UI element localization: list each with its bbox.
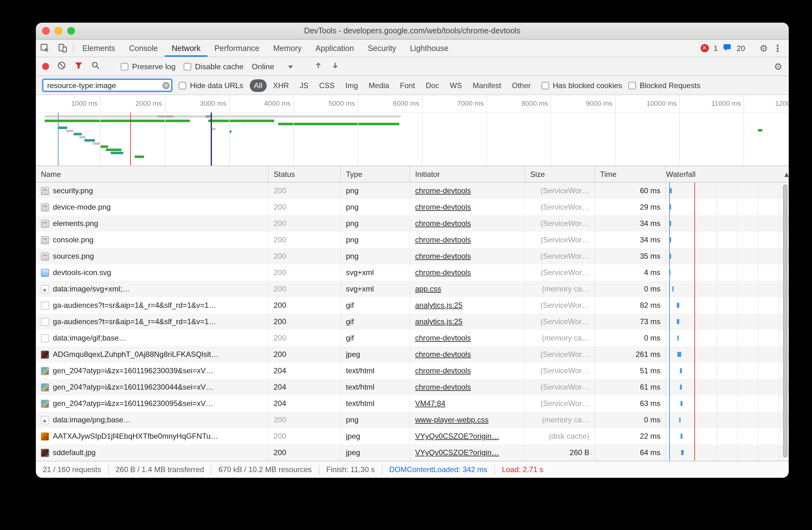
cell-time: 22 ms [594,428,665,444]
filter-input[interactable] [42,79,172,92]
device-toolbar-icon[interactable] [54,40,71,57]
tab-security[interactable]: Security [361,40,403,57]
column-header-type[interactable]: Type [340,166,409,182]
filter-pill-all[interactable]: All [249,79,267,92]
filter-pill-other[interactable]: Other [508,79,535,92]
inspect-element-icon[interactable] [36,40,54,57]
initiator-link[interactable]: chrome-devtools [415,252,471,261]
filter-pill-font[interactable]: Font [396,79,420,92]
column-header-initiator[interactable]: Initiator [409,166,525,182]
table-row[interactable]: devtools-icon.svg200svg+xmlchrome-devtoo… [36,264,789,281]
tab-console[interactable]: Console [122,40,165,57]
initiator-link[interactable]: chrome-devtools [415,219,471,228]
cell-size: (ServiceWor… [525,248,594,264]
settings-gear-icon[interactable]: ⚙ [759,42,768,54]
filter-pill-xhr[interactable]: XHR [269,79,293,92]
checkbox-box[interactable] [541,82,549,89]
network-settings-gear-icon[interactable]: ⚙ [774,61,782,72]
table-row[interactable]: ga-audiences?t=sr&aip=1&_r=4&slf_rd=1&v=… [36,313,789,330]
tab-application[interactable]: Application [308,40,361,57]
vertical-scrollbar[interactable] [783,184,787,458]
table-row[interactable]: ADGmqu8qexLZuhphT_0Aj88Ng8riLFKASQlslt…2… [36,346,789,363]
table-row[interactable]: elements.png200pngchrome-devtools(Servic… [36,215,789,232]
tab-memory[interactable]: Memory [266,40,308,57]
export-har-icon[interactable] [331,61,340,72]
throttling-dropdown[interactable]: Online [252,62,293,71]
table-row[interactable]: sddefault.jpg200jpegVYyQv0CSZOE?origin…2… [36,444,789,461]
checkbox-box[interactable] [179,82,186,89]
initiator-link[interactable]: chrome-devtools [415,203,471,211]
table-row[interactable]: console.png200pngchrome-devtools(Service… [36,232,789,248]
initiator-link[interactable]: VM47:84 [415,399,445,408]
filter-pill-manifest[interactable]: Manifest [468,79,506,92]
has-blocked-cookies-checkbox[interactable]: Has blocked cookies [541,81,622,90]
table-row[interactable]: AATXAJywSIpD1jf4EbqHXTfbe0mnyHqGFNTu…200… [36,428,789,444]
checkbox-box[interactable] [628,82,636,89]
table-row[interactable]: gen_204?atyp=i&zx=1601196230044&sei=xV…2… [36,379,789,395]
tab-elements[interactable]: Elements [75,40,122,57]
checkbox-box[interactable] [184,62,191,70]
clear-network-log-icon[interactable] [57,61,66,72]
table-row[interactable]: data:image/png;base…200pngwww-player-web… [36,412,789,428]
checkbox-box[interactable] [121,62,128,70]
tab-lighthouse[interactable]: Lighthouse [403,40,455,57]
table-row[interactable]: security.png200pngchrome-devtools(Servic… [36,183,789,199]
initiator-link[interactable]: app.css [415,284,441,293]
issue-count[interactable]: 20 [737,44,745,53]
filter-pill-css[interactable]: CSS [315,79,339,92]
tab-network[interactable]: Network [165,40,207,57]
overview-strip[interactable]: 1000 ms2000 ms3000 ms4000 ms5000 ms6000 … [36,95,789,166]
table-row[interactable]: data:image/gif;base…200gifchrome-devtool… [36,330,789,346]
initiator-link[interactable]: chrome-devtools [415,366,471,375]
zoom-window-button[interactable] [67,27,75,34]
tab-performance[interactable]: Performance [207,40,266,57]
more-options-icon[interactable]: ⋮ [773,42,782,54]
record-network-log-icon[interactable] [42,63,49,70]
table-row[interactable]: ga-audiences?t=sr&aip=1&_r=4&slf_rd=1&v=… [36,297,789,313]
table-row[interactable]: data:image/svg+xml;…200svg+xmlapp.css(me… [36,281,789,297]
table-row[interactable]: gen_204?atyp=i&zx=1601196230095&sei=xV…2… [36,395,789,412]
initiator-link[interactable]: www-player-webp.css [415,416,489,424]
blocked-requests-checkbox[interactable]: Blocked Requests [628,81,700,90]
cell-initiator: chrome-devtools [409,363,525,379]
column-header-name[interactable]: Name [36,166,268,182]
initiator-link[interactable]: analytics.js:25 [415,301,463,310]
search-icon[interactable] [91,61,100,72]
preserve-log-checkbox[interactable]: Preserve log [121,62,175,71]
clear-filter-icon[interactable]: ✕ [162,82,170,89]
hide-data-urls-checkbox[interactable]: Hide data URLs [179,81,243,90]
initiator-link[interactable]: chrome-devtools [415,268,471,277]
cell-time: 0 ms [594,330,665,346]
initiator-link[interactable]: chrome-devtools [415,350,471,359]
overview-canvas[interactable] [36,113,789,166]
initiator-link[interactable]: chrome-devtools [415,383,471,391]
import-har-icon[interactable] [314,61,323,72]
error-count-icon[interactable]: ✕ [700,44,709,52]
table-row[interactable]: device-mode.png200pngchrome-devtools(Ser… [36,199,789,215]
table-row[interactable]: gen_204?atyp=i&zx=1601196230039&sei=xV…2… [36,363,789,379]
initiator-link[interactable]: chrome-devtools [415,235,471,244]
initiator-link[interactable]: VYyQv0CSZOE?origin… [415,448,499,457]
column-header-waterfall[interactable]: Waterfall▲ [665,166,789,182]
initiator-link[interactable]: chrome-devtools [415,186,471,195]
initiator-link[interactable]: analytics.js:25 [415,317,463,326]
filter-pill-ws[interactable]: WS [445,79,466,92]
filter-pill-img[interactable]: Img [341,79,362,92]
disable-cache-checkbox[interactable]: Disable cache [184,62,244,71]
close-window-button[interactable] [42,27,50,34]
filter-pill-media[interactable]: Media [364,79,393,92]
column-header-status[interactable]: Status [268,166,340,182]
table-row[interactable]: sources.png200pngchrome-devtools(Service… [36,248,789,264]
column-header-time[interactable]: Time [594,166,665,182]
request-name: sources.png [53,248,94,264]
issues-bubble-icon[interactable] [723,43,731,53]
column-header-size[interactable]: Size [525,166,594,182]
filter-pill-doc[interactable]: Doc [421,79,444,92]
initiator-link[interactable]: chrome-devtools [415,334,471,343]
cell-time: 60 ms [594,183,665,199]
minimize-window-button[interactable] [55,27,62,34]
filter-pill-js[interactable]: JS [295,79,313,92]
initiator-link[interactable]: VYyQv0CSZOE?origin… [415,432,499,441]
filter-funnel-icon[interactable] [74,61,83,72]
error-count[interactable]: 1 [713,44,717,53]
